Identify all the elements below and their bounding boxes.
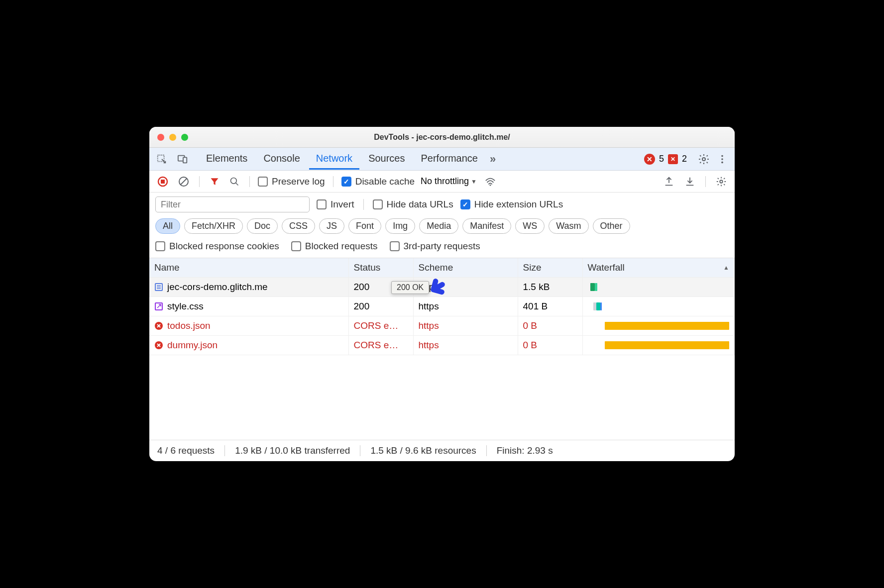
tab-performance[interactable]: Performance — [414, 149, 485, 170]
waterfall-cell — [582, 336, 735, 355]
hide-data-urls-label: Hide data URLs — [387, 199, 453, 210]
error-badges: ✕ 5 ✕ 2 — [644, 154, 687, 165]
network-settings-icon[interactable] — [714, 174, 729, 189]
blocked-cookies-label: Blocked response cookies — [169, 241, 279, 252]
request-status: 200 — [348, 297, 413, 316]
table-row[interactable]: dummy.jsonCORS e…https0 B — [149, 336, 735, 355]
sort-indicator-icon: ▲ — [723, 264, 729, 271]
filter-pill-doc[interactable]: Doc — [247, 218, 278, 234]
status-bar: 4 / 6 requests 1.9 kB / 10.0 kB transfer… — [149, 440, 735, 461]
error-count-1: 5 — [659, 154, 664, 164]
error-icon — [154, 341, 163, 350]
clear-icon[interactable] — [176, 174, 191, 189]
filter-pill-wasm[interactable]: Wasm — [549, 218, 588, 234]
settings-icon[interactable] — [696, 151, 712, 167]
requests-table-wrap: Name Status Scheme Size Waterfall ▲ jec-… — [149, 258, 735, 440]
third-party-checkbox[interactable]: 3rd-party requests — [390, 241, 480, 252]
request-scheme: https — [413, 297, 518, 316]
titlebar: DevTools - jec-cors-demo.glitch.me/ — [149, 127, 735, 148]
status-tooltip: 200 OK — [391, 281, 429, 294]
hide-extension-urls-checkbox[interactable]: Hide extension URLs — [460, 199, 563, 210]
waterfall-cell — [582, 316, 735, 336]
filter-pill-all[interactable]: All — [155, 218, 180, 234]
hide-ext-urls-label: Hide extension URLs — [474, 199, 563, 210]
svg-point-6 — [721, 161, 723, 163]
close-window-icon[interactable] — [157, 134, 164, 141]
filter-pill-css[interactable]: CSS — [282, 218, 315, 234]
disable-cache-label: Disable cache — [355, 176, 415, 187]
preserve-log-checkbox[interactable]: Preserve log — [258, 176, 325, 187]
request-name: dummy.json — [167, 340, 218, 351]
tab-network[interactable]: Network — [309, 149, 359, 170]
third-party-label: 3rd-party requests — [404, 241, 480, 252]
hide-data-urls-checkbox[interactable]: Hide data URLs — [373, 199, 453, 210]
svg-point-11 — [231, 178, 237, 184]
svg-point-14 — [720, 180, 723, 183]
more-tabs-icon[interactable]: » — [488, 151, 498, 168]
request-name: style.css — [167, 301, 204, 312]
request-scheme: https — [413, 336, 518, 355]
blocked-cookies-checkbox[interactable]: Blocked response cookies — [155, 241, 279, 252]
filter-pill-ws[interactable]: WS — [515, 218, 545, 234]
network-toolbar: Preserve log Disable cache No throttling… — [149, 171, 735, 193]
filter-pill-media[interactable]: Media — [419, 218, 458, 234]
panel-tabs: ElementsConsoleNetworkSourcesPerformance… — [149, 148, 735, 171]
request-name: todos.json — [167, 320, 211, 331]
table-row[interactable]: todos.jsonCORS e…https0 B — [149, 316, 735, 336]
footer-requests: 4 / 6 requests — [157, 445, 215, 456]
col-size[interactable]: Size — [518, 258, 582, 278]
filter-pill-js[interactable]: JS — [319, 218, 344, 234]
disable-cache-checkbox[interactable]: Disable cache — [341, 176, 415, 187]
tab-elements[interactable]: Elements — [199, 149, 254, 170]
svg-rect-8 — [161, 180, 165, 184]
filter-pill-font[interactable]: Font — [348, 218, 381, 234]
blocked-requests-checkbox[interactable]: Blocked requests — [291, 241, 378, 252]
waterfall-bar — [605, 322, 729, 330]
waterfall-bar — [593, 302, 596, 310]
device-toggle-icon[interactable] — [175, 152, 190, 167]
col-status[interactable]: Status — [348, 258, 413, 278]
invert-checkbox[interactable]: Invert — [317, 199, 354, 210]
waterfall-bar — [595, 283, 598, 291]
svg-rect-2 — [183, 157, 187, 163]
throttling-select[interactable]: No throttling ▼ — [421, 176, 477, 187]
maximize-window-icon[interactable] — [181, 134, 188, 141]
filter-pill-other[interactable]: Other — [593, 218, 630, 234]
stylesheet-icon — [154, 302, 163, 311]
upload-har-icon[interactable] — [662, 174, 676, 189]
error-count-icon[interactable]: ✕ — [644, 154, 655, 165]
throttling-label: No throttling — [421, 176, 469, 187]
filter-input[interactable] — [155, 196, 310, 212]
blocked-requests-label: Blocked requests — [305, 241, 378, 252]
request-status: CORS e… — [348, 316, 413, 336]
record-icon[interactable] — [155, 174, 170, 189]
search-icon[interactable] — [227, 175, 241, 189]
col-name[interactable]: Name — [149, 258, 348, 278]
filter-pill-manifest[interactable]: Manifest — [462, 218, 511, 234]
window-controls — [157, 134, 188, 141]
col-waterfall[interactable]: Waterfall ▲ — [582, 258, 735, 278]
tab-console[interactable]: Console — [256, 149, 307, 170]
filter-pill-fetch-xhr[interactable]: Fetch/XHR — [184, 218, 243, 234]
svg-point-5 — [721, 158, 723, 160]
svg-line-12 — [236, 183, 238, 185]
chevron-down-icon: ▼ — [471, 178, 477, 185]
waterfall-bar — [600, 302, 602, 310]
cursor-icon — [428, 273, 453, 298]
inspect-icon[interactable] — [154, 152, 169, 167]
download-har-icon[interactable] — [682, 174, 697, 189]
table-row[interactable]: style.css200https401 B — [149, 297, 735, 316]
tab-sources[interactable]: Sources — [361, 149, 412, 170]
filter-icon[interactable] — [208, 175, 221, 189]
issue-count-icon[interactable]: ✕ — [668, 154, 678, 164]
kebab-menu-icon[interactable] — [715, 152, 730, 167]
network-conditions-icon[interactable] — [483, 175, 498, 189]
window-title: DevTools - jec-cors-demo.glitch.me/ — [149, 133, 735, 142]
filter-pill-img[interactable]: Img — [385, 218, 415, 234]
waterfall-bar — [596, 302, 601, 310]
preserve-log-label: Preserve log — [272, 176, 325, 187]
request-size: 0 B — [518, 336, 582, 355]
svg-point-13 — [490, 184, 491, 186]
request-scheme: https — [413, 316, 518, 336]
minimize-window-icon[interactable] — [169, 134, 176, 141]
